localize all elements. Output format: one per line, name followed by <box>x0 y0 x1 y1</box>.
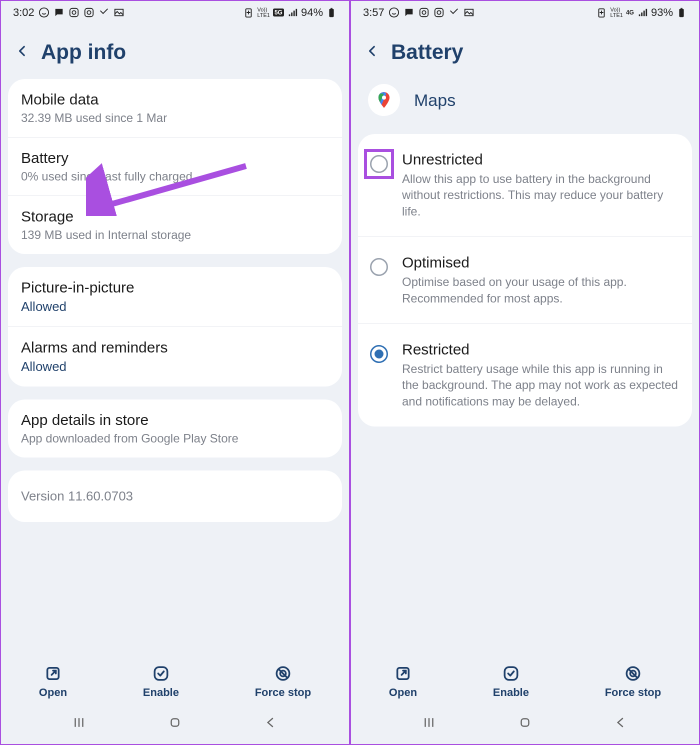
volte-icon: Vo)) LTE1 <box>610 7 622 18</box>
back-nav-icon[interactable] <box>614 715 628 732</box>
page-title: App info <box>41 40 126 64</box>
card-version: Version 11.60.0703 <box>8 470 342 522</box>
status-time: 3:02 <box>13 6 34 19</box>
open-button[interactable]: Open <box>39 665 67 699</box>
force-stop-button[interactable]: Force stop <box>255 665 311 699</box>
svg-point-17 <box>422 10 426 14</box>
battery-icon <box>676 7 687 18</box>
photo-icon <box>114 7 124 18</box>
card-store: App details in store App downloaded from… <box>8 400 342 458</box>
battery-saver-icon <box>243 7 254 18</box>
chat-icon <box>404 7 414 18</box>
annotation-highlight <box>364 149 394 179</box>
app-row: Maps <box>351 79 699 134</box>
action-bar: Open Enable Force stop <box>351 654 699 706</box>
missed-call-icon <box>448 7 460 18</box>
svg-rect-29 <box>522 719 529 726</box>
status-time: 3:57 <box>363 6 384 19</box>
svg-point-15 <box>390 8 398 17</box>
card-permissions: Picture-in-picture Allowed Alarms and re… <box>8 267 342 386</box>
enable-icon <box>502 665 520 682</box>
home-icon[interactable] <box>518 715 532 732</box>
open-icon <box>44 665 62 682</box>
signal-icon <box>637 7 648 18</box>
svg-point-19 <box>437 10 440 14</box>
status-bar: 3:02 Vo)) LTE1 5G 94% <box>1 1 349 22</box>
page-title: Battery <box>391 40 464 64</box>
network-badge: 4G <box>626 9 634 16</box>
option-restricted[interactable]: Restricted Restrict battery usage while … <box>358 324 692 426</box>
radio-icon[interactable] <box>370 155 388 173</box>
option-optimised[interactable]: Optimised Optimise based on your usage o… <box>358 236 692 324</box>
card-battery-options: Unrestricted Allow this app to use batte… <box>358 134 692 426</box>
screenshot-app-info: 3:02 Vo)) LTE1 5G 94% App info Mobile da… <box>0 0 350 745</box>
photo-icon <box>464 7 474 18</box>
app-name: Maps <box>414 90 456 110</box>
home-icon[interactable] <box>168 715 182 732</box>
svg-rect-18 <box>435 8 444 17</box>
force-stop-button[interactable]: Force stop <box>605 665 661 699</box>
svg-rect-8 <box>330 8 332 9</box>
svg-point-24 <box>382 96 386 100</box>
whatsapp-icon <box>388 7 400 18</box>
radio-icon[interactable] <box>370 345 388 363</box>
nav-bar <box>351 706 699 744</box>
row-alarms[interactable]: Alarms and reminders Allowed <box>8 326 342 386</box>
battery-percent: 93% <box>651 6 673 19</box>
svg-rect-13 <box>172 719 179 726</box>
back-nav-icon[interactable] <box>264 715 278 732</box>
stop-icon <box>624 665 642 682</box>
svg-rect-1 <box>70 8 78 17</box>
row-mobile-data[interactable]: Mobile data 32.39 MB used since 1 Mar <box>8 79 342 137</box>
instagram-icon <box>418 7 430 18</box>
volte-icon: Vo)) LTE1 <box>257 7 270 18</box>
svg-rect-22 <box>679 9 684 17</box>
row-storage[interactable]: Storage 139 MB used in Internal storage <box>8 196 342 254</box>
nav-bar <box>1 706 349 744</box>
svg-point-2 <box>72 10 76 14</box>
row-battery[interactable]: Battery 0% used since last fully charged <box>8 137 342 196</box>
action-bar: Open Enable Force stop <box>1 654 349 706</box>
page-header: Battery <box>351 22 699 79</box>
enable-button[interactable]: Enable <box>493 665 529 699</box>
status-bar: 3:57 Vo)) LTE1 4G 93% <box>351 1 699 22</box>
instagram-icon <box>84 7 94 18</box>
network-badge: 5G <box>273 8 284 16</box>
svg-rect-3 <box>85 8 94 17</box>
missed-call-icon <box>98 7 110 18</box>
row-store-details[interactable]: App details in store App downloaded from… <box>8 400 342 458</box>
recents-icon[interactable] <box>422 715 436 732</box>
whatsapp-icon <box>38 7 50 18</box>
recents-icon[interactable] <box>72 715 86 732</box>
svg-rect-16 <box>420 8 428 17</box>
option-unrestricted[interactable]: Unrestricted Allow this app to use batte… <box>358 134 692 236</box>
back-icon[interactable] <box>366 41 379 63</box>
open-button[interactable]: Open <box>389 665 417 699</box>
open-icon <box>394 665 412 682</box>
version-text: Version 11.60.0703 <box>21 488 329 504</box>
enable-button[interactable]: Enable <box>143 665 179 699</box>
instagram-icon <box>434 7 444 18</box>
stop-icon <box>274 665 292 682</box>
maps-app-icon <box>368 84 400 116</box>
svg-rect-7 <box>329 9 334 17</box>
svg-point-4 <box>87 10 90 14</box>
battery-percent: 94% <box>301 6 323 19</box>
chat-icon <box>54 7 64 18</box>
battery-icon <box>326 7 337 18</box>
radio-icon[interactable] <box>370 258 388 276</box>
svg-rect-23 <box>680 8 682 9</box>
battery-saver-icon <box>596 7 607 18</box>
screenshot-battery-settings: 3:57 Vo)) LTE1 4G 93% Battery Maps <box>350 0 700 745</box>
back-icon[interactable] <box>16 41 29 63</box>
row-pip[interactable]: Picture-in-picture Allowed <box>8 267 342 326</box>
instagram-icon <box>68 7 80 18</box>
signal-icon <box>287 7 298 18</box>
svg-point-0 <box>40 8 48 17</box>
enable-icon <box>152 665 170 682</box>
page-header: App info <box>1 22 349 79</box>
card-usage: Mobile data 32.39 MB used since 1 Mar Ba… <box>8 79 342 254</box>
